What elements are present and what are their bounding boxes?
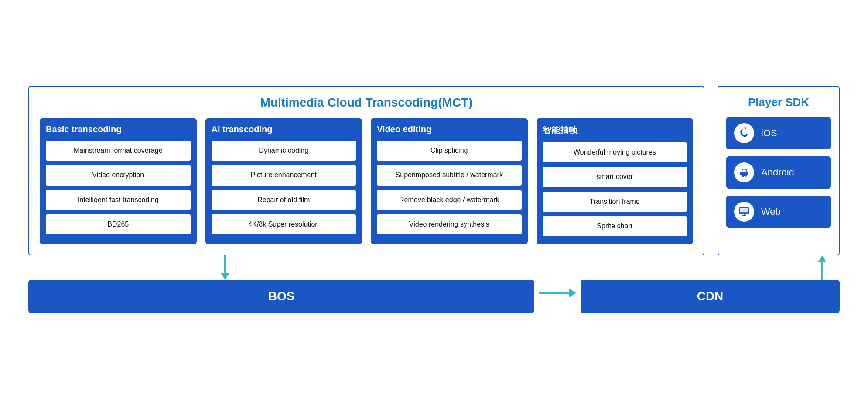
item-smart-cover: smart cover: [543, 167, 687, 187]
column-video-editing: Video editing Clip splicing Superimposed…: [371, 118, 528, 244]
item-intelligent-fast: Intelligent fast transcoding: [46, 190, 191, 210]
item-repair-old-film: Repair of old film: [212, 190, 356, 210]
column-smart-frame: 智能抽帧 Wonderful moving pictures smart cov…: [537, 118, 694, 244]
arrow-up-line: [821, 262, 823, 280]
sdk-items: iOS: [726, 117, 831, 228]
svg-rect-3: [742, 175, 744, 177]
web-icon: [734, 202, 754, 222]
item-video-rendering: Video rendering synthesis: [377, 214, 522, 234]
column-title-basic: Basic transcoding: [46, 124, 191, 134]
arrow-right-line: [539, 292, 569, 294]
svg-line-7: [741, 169, 742, 170]
android-icon: [734, 162, 754, 182]
cdn-box: CDN: [581, 280, 840, 313]
column-items-basic: Mainstream format coverage Video encrypt…: [46, 141, 191, 235]
item-dynamic-coding: Dynamic coding: [212, 141, 356, 161]
column-ai-transcoding: AI transcoding Dynamic coding Picture en…: [205, 118, 362, 244]
item-superimposed: Superimposed subtitle / watermark: [377, 165, 522, 185]
item-bd265: BD265: [46, 214, 191, 234]
arrow-up-container: [818, 255, 827, 280]
item-remove-black: Remove black edge / watermark: [377, 190, 522, 210]
svg-rect-10: [739, 208, 749, 214]
column-basic-transcoding: Basic transcoding Mainstream format cove…: [40, 118, 197, 244]
ios-icon: [734, 123, 754, 143]
mct-columns: Basic transcoding Mainstream format cove…: [40, 118, 693, 244]
arrow-down-line: [224, 255, 226, 273]
cdn-section: CDN: [534, 255, 840, 313]
arrow-down-container: [221, 255, 229, 280]
column-title-video: Video editing: [377, 124, 522, 134]
item-clip-splicing: Clip splicing: [377, 141, 522, 161]
diagram-wrapper: Multimedia Cloud Transcoding(MCT) Basic …: [20, 73, 848, 327]
item-mainstream: Mainstream format coverage: [46, 141, 191, 161]
arrow-down-head: [221, 273, 229, 280]
mct-title: Multimedia Cloud Transcoding(MCT): [40, 96, 693, 110]
svg-rect-2: [747, 172, 748, 175]
bos-box: BOS: [28, 280, 534, 313]
sdk-item-ios[interactable]: iOS: [726, 117, 831, 149]
column-items-smart: Wonderful moving pictures smart cover Tr…: [543, 142, 687, 237]
sdk-label-ios: iOS: [761, 127, 777, 139]
item-wonderful-moving: Wonderful moving pictures: [543, 142, 687, 162]
arrow-right-container: [534, 289, 581, 297]
item-video-encryption: Video encryption: [46, 165, 191, 185]
arrow-up-head: [818, 255, 827, 262]
bos-section: BOS: [28, 255, 534, 313]
column-items-video: Clip splicing Superimposed subtitle / wa…: [377, 141, 522, 235]
sdk-label-web: Web: [761, 206, 781, 217]
item-transition-frame: Transition frame: [543, 192, 687, 212]
arrow-right-head: [569, 289, 576, 297]
item-4k8k: 4K/8k Super resolution: [212, 214, 356, 234]
sdk-item-web[interactable]: Web: [726, 196, 831, 228]
svg-line-8: [746, 169, 748, 170]
top-section: Multimedia Cloud Transcoding(MCT) Basic …: [28, 86, 840, 256]
sdk-item-android[interactable]: Android: [726, 156, 831, 189]
svg-point-5: [742, 170, 743, 171]
svg-rect-0: [741, 172, 747, 176]
svg-point-6: [745, 170, 746, 171]
sdk-label-android: Android: [761, 167, 794, 178]
column-title-smart: 智能抽帧: [543, 124, 687, 136]
column-title-ai: AI transcoding: [212, 124, 356, 134]
sdk-title: Player SDK: [726, 96, 831, 109]
player-sdk-box: Player SDK iOS: [718, 86, 840, 256]
item-sprite-chart: Sprite chart: [543, 216, 687, 236]
svg-rect-4: [745, 175, 746, 177]
cdn-with-arrow: CDN: [581, 255, 840, 313]
item-picture-enhancement: Picture enhancement: [212, 165, 356, 185]
mct-box: Multimedia Cloud Transcoding(MCT) Basic …: [28, 86, 704, 256]
column-items-ai: Dynamic coding Picture enhancement Repai…: [212, 141, 356, 235]
svg-rect-1: [740, 172, 741, 175]
bottom-layout: BOS CDN: [28, 255, 840, 313]
